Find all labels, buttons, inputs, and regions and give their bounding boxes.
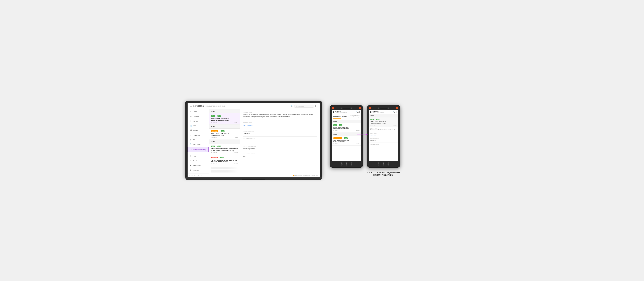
device-btn-home-right[interactable] bbox=[382, 162, 385, 165]
sidebar-label-workorders: Work orders bbox=[193, 144, 201, 145]
detail-current-result-label: CURRENT RESULT bbox=[243, 138, 317, 139]
mobile-badge-to-2-left: God bbox=[344, 137, 348, 139]
scene: ☰ 56TE5000A COMBUSTION DRAIN (U/S) 🔍 Sea… bbox=[185, 101, 459, 180]
laptop-base bbox=[185, 177, 322, 180]
device-bottom-left bbox=[332, 162, 361, 166]
history-entry-4[interactable]: Betyd. deg. → Go › REPAIR - BRING BACK A… bbox=[209, 155, 240, 166]
entry-performer-1: ANNET bbox=[234, 122, 238, 123]
mobile-entry-perf-2-left: TESTE bbox=[356, 143, 360, 144]
mobile-section: ☰ 56TE5000A COMBUSTION DRAIN (CU... 🔍 ⛶ … bbox=[330, 105, 400, 176]
detail-condition-after-section: CONDITION AFTER God bbox=[243, 153, 317, 157]
mobile-section-title-left: Equipment History Last WorkMate Data Rec… bbox=[332, 114, 361, 118]
mobile-entry-right[interactable]: God → God ˅ ANNET - IKKE SPESIFISERT VED… bbox=[369, 117, 398, 127]
sidebar-item-overview[interactable]: ◎ Overview bbox=[188, 114, 209, 119]
laptop: ☰ 56TE5000A COMBUSTION DRAIN (U/S) 🔍 Sea… bbox=[185, 101, 322, 180]
mobile-year-2018-left: 2018 bbox=[332, 133, 361, 136]
mobile-badge-to-1-left: God bbox=[339, 124, 342, 126]
mobile-year-2019-left: 2019 bbox=[332, 120, 361, 123]
badge-from-2: Mindre deg. bbox=[211, 130, 218, 132]
entry-meta-3: 27-SEP-17 SJEKK bbox=[211, 152, 238, 153]
entry-performer-4: REPAIR bbox=[234, 163, 238, 165]
mobile-badge-from-right: God bbox=[370, 119, 374, 120]
sidebar-item-whatsnew[interactable]: ★ What's new bbox=[188, 163, 209, 168]
detail-workorder-link[interactable]: CWO-1006478 bbox=[243, 125, 252, 126]
mobile-badge-from-1-left: God bbox=[333, 124, 337, 126]
chevron-right-1: › bbox=[238, 115, 238, 117]
sidebar-item-trends[interactable]: ↗ Trends bbox=[188, 119, 209, 123]
workmate-dot bbox=[293, 175, 294, 176]
sidebar-item-images[interactable]: 🖼 Images bbox=[188, 128, 209, 133]
sidebar-label-equipment-history: Equipment history bbox=[194, 149, 206, 150]
detail-condition-before-section: CONDITION BEFORE Mindre degradering bbox=[243, 146, 317, 150]
mobile-sub-left: COMBUSTION DRAIN (CU... bbox=[335, 112, 355, 113]
mobile-orange-bar-left bbox=[333, 118, 341, 119]
square-btn-left bbox=[351, 164, 352, 165]
sidebar-item-workorders[interactable]: 🔧 Work orders bbox=[188, 142, 209, 147]
search-box[interactable]: Search tags bbox=[294, 105, 314, 107]
entry-meta-2: 11-APR-18 TESTE bbox=[211, 137, 238, 138]
chevron-right-3: › bbox=[238, 145, 238, 147]
sidebar-item-docs[interactable]: 📄 Docs bbox=[188, 123, 209, 128]
feedback-icon: ☆ bbox=[190, 160, 192, 162]
condition-badges-3: God → God › bbox=[211, 145, 238, 147]
sidebar-item-3d[interactable]: ◈ 3D bbox=[188, 137, 209, 142]
hamburger-icon[interactable]: ☰ bbox=[190, 105, 192, 107]
detail-description-section: DESCRIPTION Etter nok et sprukket rør de… bbox=[243, 112, 317, 118]
device-btn-back-left[interactable] bbox=[340, 162, 343, 165]
detail-condition-after: God bbox=[243, 155, 317, 157]
sidebar-item-equipment-history[interactable]: ⏱ Equipment history bbox=[188, 147, 209, 152]
history-entry-3[interactable]: God → God › SJEKK AV FEILÅRSAK ELLER TIL… bbox=[209, 144, 240, 155]
search-placeholder: Search tags bbox=[296, 105, 304, 107]
mobile-wo-label: WORK ORDER bbox=[369, 132, 398, 134]
mobile-cur-result-label: CURRENT RESULT bbox=[369, 143, 398, 145]
mobile-arrow-right: → bbox=[374, 119, 376, 120]
workmate-footer: Last WorkMate Data Received 15 Hours Ago bbox=[293, 175, 318, 176]
entry-title-4: REPAIR - BRING BACK AN ITEM TO ITS ORIGI… bbox=[211, 159, 238, 163]
help-icon: ? bbox=[190, 155, 192, 157]
mobile-divider-1 bbox=[369, 132, 398, 132]
mobile-entry-meta-right: 01-SEP-19 ANNET bbox=[370, 124, 397, 126]
detail-condition-before-label: CONDITION BEFORE bbox=[243, 146, 317, 147]
detail-workorder-section: WORK ORDER CWO-1006478 bbox=[243, 122, 317, 127]
mobile-entry-perf-1-left: ANNET bbox=[356, 130, 360, 131]
cta-line2: HISTORY DETAILS bbox=[366, 174, 400, 176]
sidebar-label-trends: Trends bbox=[193, 120, 198, 122]
device-btn-square-left[interactable] bbox=[350, 162, 353, 165]
mobile-wo-link[interactable]: CWO-1006478 bbox=[369, 134, 398, 136]
detail-description-text: Etter nok et sprukket rør der varm luft … bbox=[243, 113, 317, 118]
detail-workorder-label: WORK ORDER bbox=[243, 122, 317, 123]
mobile-entry-1-left[interactable]: God → God › ANNET - IKKE SPESIFISERT VED… bbox=[332, 123, 361, 133]
sidebar-item-properties[interactable]: ≡ Properties bbox=[188, 133, 209, 137]
mobile-badge-from-2-left: Mindre degradering bbox=[333, 137, 342, 139]
device-btn-square-right[interactable] bbox=[387, 162, 390, 165]
history-list: 2019 God → God › ANNET - IKKE SPESIFISER… bbox=[209, 109, 240, 177]
entry-title-2: TEST - PERIODISK TEST AV FUNKSJON/YTELSE bbox=[211, 133, 238, 136]
app-header: ☰ 56TE5000A COMBUSTION DRAIN (U/S) 🔍 Sea… bbox=[188, 103, 320, 109]
overview-icon: ◎ bbox=[190, 115, 192, 117]
device-btn-back-right[interactable] bbox=[377, 162, 380, 165]
detail-current-result-section: CURRENT RESULT - bbox=[243, 138, 317, 142]
device-btn-home-left[interactable] bbox=[345, 162, 348, 165]
mobile-year-2019-right: 2019 bbox=[369, 114, 398, 117]
history-entry-2[interactable]: Mindre deg. → God ‹ TEST - PERIODISK TES… bbox=[209, 129, 240, 140]
mobile-search-right: 🔍 bbox=[393, 111, 395, 113]
badge-to-1: God bbox=[218, 115, 222, 117]
mobile-entry-2-left[interactable]: Mindre degradering → God › TEST - PERIOD… bbox=[332, 136, 361, 146]
mobile-desc-label: DESCRIPTION bbox=[369, 127, 398, 129]
sidebar-item-help[interactable]: ? Help bbox=[188, 154, 209, 158]
mobile-desc-text: Instrument verifisert/sjekket etter kabe… bbox=[369, 129, 398, 131]
3d-icon: ◈ bbox=[190, 139, 192, 141]
entry-date-1: 01-SEP-19 bbox=[211, 122, 217, 123]
history-entry-1[interactable]: God → God › ANNET - IKKE SPESIFISERT VED… bbox=[209, 113, 240, 124]
mobile-entry-perf-right: ANNET bbox=[393, 124, 397, 126]
sidebar-label-settings: Settings bbox=[193, 169, 198, 171]
sidebar-item-feedback[interactable]: ☆ Feedback bbox=[188, 158, 209, 163]
equipment-history-icon: ⏱ bbox=[190, 149, 192, 150]
mobile-fullscreen-right: ⛶ bbox=[396, 111, 397, 113]
mobile-hamburger-left: ☰ bbox=[333, 111, 334, 113]
sidebar-item-home[interactable]: ⌂ Home bbox=[188, 109, 209, 114]
sidebar-item-settings[interactable]: ⚙ Settings bbox=[188, 168, 209, 173]
device-speaker-right bbox=[380, 108, 388, 108]
pink-arrow-svg bbox=[357, 132, 369, 136]
fullscreen-icon[interactable]: ⛶ bbox=[315, 105, 317, 107]
